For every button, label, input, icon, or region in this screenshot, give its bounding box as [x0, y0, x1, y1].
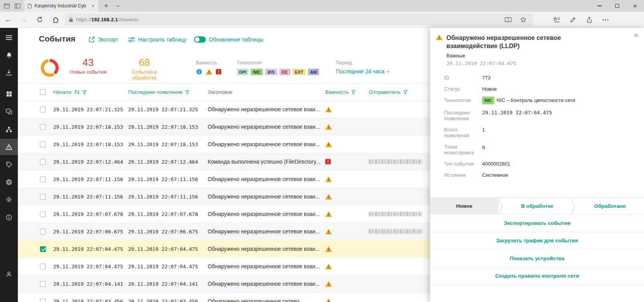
column-last-seen[interactable]: Последнее появление: [128, 89, 182, 95]
more-options-icon[interactable]: [597, 12, 614, 28]
tab-preview-icon[interactable]: [4, 3, 10, 9]
sidebar-item-tags[interactable]: [0, 156, 18, 173]
ink-notes-icon[interactable]: [565, 12, 581, 28]
auto-update-toggle[interactable]: Обновление таблицы: [194, 36, 263, 43]
field-value: 4000002601: [482, 161, 510, 167]
browser-tab[interactable]: Kaspersky Industrial Cyb ×: [24, 0, 99, 12]
field-value: Новое: [482, 86, 497, 92]
sidebar-item-assets[interactable]: [0, 104, 18, 120]
row-checkbox[interactable]: [40, 159, 46, 165]
sort-desc-icon[interactable]: [74, 90, 80, 95]
event-detail-fields: ID773СтатусНовоеТехнологияNICNIC – Контр…: [430, 66, 644, 178]
period-dropdown[interactable]: Последние 24 часа: [336, 68, 389, 74]
row-checkbox[interactable]: [40, 264, 46, 269]
sidebar-item-dashboard[interactable]: [0, 86, 18, 102]
row-checkbox[interactable]: [40, 229, 46, 235]
hub-icon[interactable]: [549, 12, 565, 28]
in-progress-stat[interactable]: 68 Событий в обработке: [119, 57, 170, 81]
tech-badge-am[interactable]: AM: [308, 69, 319, 75]
sidebar-item-settings[interactable]: [0, 192, 18, 208]
column-sender[interactable]: Отправитель: [369, 89, 401, 95]
reading-view-icon[interactable]: [502, 17, 514, 22]
sidebar-item-network-map[interactable]: [0, 121, 18, 138]
window-minimize-button[interactable]: [590, 0, 608, 12]
share-icon[interactable]: [581, 12, 597, 28]
tech-badge-cc[interactable]: CC: [279, 69, 290, 75]
create-network-rule-button[interactable]: Создать правило контроля сети: [430, 267, 644, 285]
event-last-seen-time: 29.11.2019 22:07:04.475: [128, 246, 208, 252]
filter-funnel-icon[interactable]: [351, 90, 356, 95]
tab-close-icon[interactable]: ×: [91, 3, 95, 9]
export-button[interactable]: Экспорт: [89, 36, 118, 43]
row-checkbox[interactable]: [40, 211, 46, 217]
row-checkbox[interactable]: [40, 281, 46, 287]
export-event-button[interactable]: Экспортировать событие: [430, 214, 644, 232]
show-devices-button[interactable]: Показать устройства: [430, 249, 644, 267]
warning-icon: [325, 281, 332, 287]
home-button[interactable]: [48, 12, 64, 28]
tech-badge-ids[interactable]: IDS: [265, 69, 277, 75]
tech-badge-dpi[interactable]: DPI: [237, 69, 248, 75]
status-tab-in-progress[interactable]: В обработке: [503, 198, 571, 214]
new-tab-button[interactable]: +: [99, 0, 113, 12]
event-start-time: 29.11.2019 22:07:07.678: [53, 211, 128, 217]
window-maximize-button[interactable]: [608, 0, 626, 12]
new-events-stat[interactable]: 43 Новых события: [63, 57, 113, 75]
event-title: Обнаружено неразрешенное сетевое взаи...: [208, 263, 325, 269]
sidebar-item-network-control[interactable]: [0, 174, 18, 190]
refresh-button[interactable]: [32, 12, 48, 28]
row-checkbox[interactable]: [40, 299, 46, 302]
event-title: Обнаружено неразрешенное сетевое взаи...: [208, 193, 325, 200]
row-checkbox[interactable]: [40, 142, 46, 147]
warning-icon: [436, 35, 443, 66]
network-control-icon: [6, 179, 12, 185]
back-button[interactable]: ←: [0, 12, 16, 28]
warning-icon[interactable]: [206, 69, 212, 75]
status-tab-processed[interactable]: Обработано: [576, 198, 644, 214]
tech-badge-ext[interactable]: EXT: [293, 69, 306, 75]
row-checkbox[interactable]: [40, 107, 46, 112]
forward-button[interactable]: →: [16, 12, 32, 28]
event-start-time: 29.11.2019 22:07:04.141: [53, 281, 128, 287]
row-checkbox[interactable]: [40, 176, 46, 182]
importance-filter-group: Важность: [196, 60, 221, 75]
event-last-seen-time: 29.11.2019 22:07:18.153: [128, 124, 208, 130]
technology-badges: DPINICIDSCCEXTAM: [237, 69, 319, 75]
lock-icon: [69, 17, 73, 22]
window-close-button[interactable]: ×: [626, 0, 644, 12]
critical-icon[interactable]: [216, 69, 221, 74]
tab-list-chevron-icon[interactable]: [113, 0, 123, 12]
info-icon[interactable]: [196, 69, 202, 75]
event-title: Обнаружено неразрешенное сетевое взаи...: [208, 106, 325, 112]
column-importance[interactable]: Важность: [325, 89, 349, 95]
panel-close-icon[interactable]: ×: [634, 31, 639, 39]
row-checkbox[interactable]: [40, 124, 46, 130]
new-events-count: 43: [63, 57, 113, 68]
download-traffic-button[interactable]: Загрузить трафик для события: [430, 232, 644, 250]
status-tab-new[interactable]: Новое: [430, 198, 498, 214]
tech-badge-nic[interactable]: NIC: [251, 69, 263, 75]
sidebar-item-notifications[interactable]: [0, 47, 18, 64]
address-bar[interactable]: https://192.168.2.1/#/events: [65, 14, 533, 26]
sidebar-item-events[interactable]: [0, 139, 18, 155]
filter-funnel-icon[interactable]: [403, 90, 408, 95]
in-progress-label: Событий в обработке: [119, 69, 170, 81]
configure-table-button[interactable]: Настроить таблицу: [128, 36, 187, 43]
sidebar-item-menu[interactable]: [0, 29, 18, 46]
chevron-down-icon: [387, 69, 389, 72]
row-checkbox[interactable]: [40, 194, 46, 200]
field-label: Источник: [444, 172, 479, 178]
column-start[interactable]: Начало: [53, 89, 71, 95]
set-tabs-aside-icon[interactable]: [15, 3, 21, 9]
sidebar-item-downloads[interactable]: [0, 64, 18, 81]
event-start-time: 29.11.2019 22:07:04.475: [53, 264, 128, 269]
favorites-star-icon[interactable]: [517, 17, 529, 23]
row-checkbox[interactable]: [40, 246, 46, 252]
filter-funnel-icon[interactable]: [185, 90, 189, 95]
sidebar-item-about[interactable]: [0, 209, 18, 226]
detail-field: Тип события4000002601: [444, 161, 636, 167]
filter-funnel-icon[interactable]: [82, 90, 87, 95]
sidebar-item-account[interactable]: [0, 266, 18, 282]
toggle-switch[interactable]: [194, 36, 206, 43]
select-all-checkbox[interactable]: [40, 89, 46, 95]
